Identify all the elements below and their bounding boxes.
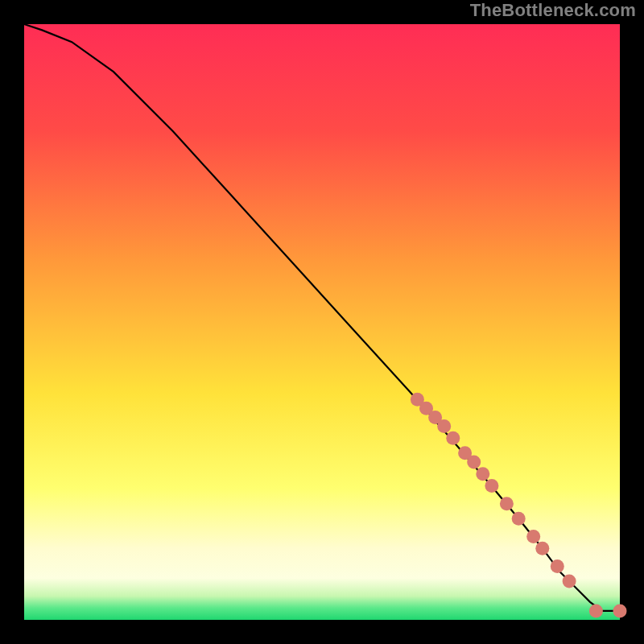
marker-dot (437, 419, 451, 433)
marker-dot (526, 530, 540, 543)
marker-dot (512, 512, 526, 526)
marker-dot (563, 574, 576, 588)
marker-dot (467, 455, 481, 469)
marker-dot (485, 479, 498, 493)
chart-svg (0, 0, 644, 644)
marker-dot (551, 559, 564, 573)
chart-stage: TheBottleneck.com (0, 0, 644, 644)
marker-dot (500, 497, 514, 510)
watermark-text: TheBottleneck.com (470, 0, 636, 21)
marker-dot (613, 604, 627, 617)
marker-dot (476, 467, 489, 481)
marker-dot (446, 431, 460, 445)
marker-dot (535, 542, 549, 555)
marker-dot (589, 604, 603, 617)
